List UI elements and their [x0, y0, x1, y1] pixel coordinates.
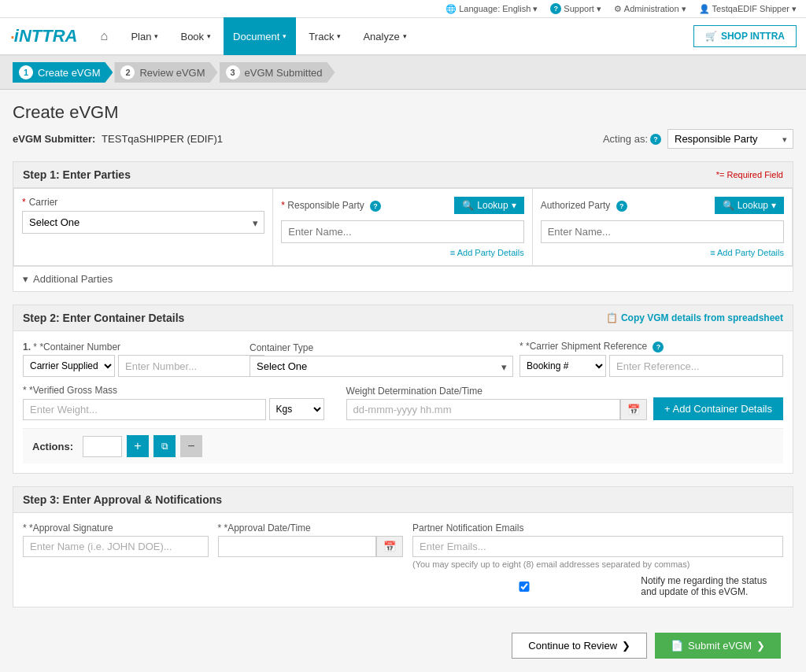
- approval-calendar-button[interactable]: 📅: [376, 536, 403, 557]
- step1-number: 1: [19, 65, 33, 79]
- email-label: Partner Notification Emails: [412, 522, 783, 534]
- notify-checkbox[interactable]: [412, 582, 636, 592]
- list-icon: ≡: [450, 248, 455, 257]
- add-responsible-party-link[interactable]: ≡ Add Party Details: [281, 248, 523, 257]
- support-chevron: ▾: [597, 4, 601, 14]
- container-prefix-select[interactable]: Carrier Supplied: [23, 355, 115, 377]
- approval-grid: * *Approval Signature * *Approval Date/T…: [23, 522, 783, 597]
- authorized-list-icon: ≡: [710, 248, 715, 257]
- approval-date-input[interactable]: 22-Mar-2017 08:41: [218, 536, 377, 557]
- nav-plan[interactable]: Plan ▾: [121, 17, 168, 55]
- weight-unit-select[interactable]: Kgs: [269, 398, 324, 420]
- analyze-chevron: ▾: [403, 32, 407, 40]
- approval-date-field: * *Approval Date/Time 22-Mar-2017 08:41 …: [218, 522, 404, 597]
- date-input[interactable]: [346, 399, 621, 420]
- administration-menu[interactable]: ⚙ Administration ▾: [614, 4, 686, 14]
- notify-label: Notify me regarding the status and updat…: [641, 575, 783, 597]
- actions-row: Actions: 1 + ⧉ −: [23, 428, 783, 463]
- carrier-select[interactable]: Select One: [22, 211, 264, 234]
- step2-title: Step 2: Enter Container Details: [23, 312, 184, 324]
- copy-document-icon: 📋: [606, 312, 618, 323]
- authorized-name-input[interactable]: [541, 220, 784, 243]
- container-number-input[interactable]: [118, 355, 264, 377]
- container-type-label: Container Type: [250, 342, 513, 353]
- authorized-lookup-button[interactable]: 🔍 Lookup ▾: [715, 197, 784, 214]
- responsible-info-icon[interactable]: ?: [370, 201, 381, 212]
- weight-date-field: Weight Determination Date/Time 📅: [346, 386, 648, 420]
- submit-evgm-button[interactable]: 📄 Submit eVGM ❯: [655, 633, 781, 659]
- submitter-info: eVGM Submitter: TESTqaSHIPPER (EDIF)1: [13, 133, 223, 145]
- responsible-lookup-button[interactable]: 🔍 Lookup ▾: [454, 197, 523, 214]
- acting-as-info-icon[interactable]: ?: [650, 134, 661, 145]
- email-input[interactable]: [412, 536, 783, 557]
- copy-vgm-link[interactable]: 📋 Copy VGM details from spreadsheet: [606, 312, 783, 323]
- gear-icon: ⚙: [614, 4, 622, 14]
- step2-body: 1. * *Container Number Carrier Supplied …: [13, 331, 793, 473]
- copy-row-button[interactable]: ⧉: [153, 435, 176, 457]
- responsible-name-input[interactable]: [281, 220, 523, 243]
- approval-sig-input[interactable]: [23, 536, 209, 557]
- approval-sig-field: * *Approval Signature: [23, 522, 209, 597]
- step1-header: Step 1: Enter Parties *= Required Field: [13, 162, 793, 188]
- logo[interactable]: · iNTTRA: [9, 24, 77, 49]
- remove-row-button[interactable]: −: [180, 435, 202, 457]
- nav-book[interactable]: Book ▾: [171, 17, 220, 55]
- container-type-field: Container Type Select One: [250, 342, 513, 377]
- submit-arrow-icon: ❯: [756, 640, 765, 652]
- breadcrumb-step-2[interactable]: 2 Review eVGM: [114, 62, 217, 83]
- add-authorized-party-link[interactable]: ≡ Add Party Details: [541, 248, 784, 257]
- breadcrumb-step-1[interactable]: 1 Create eVGM: [13, 62, 113, 83]
- submitter-row: eVGM Submitter: TESTqaSHIPPER (EDIF)1 Ac…: [13, 129, 793, 149]
- calendar-button[interactable]: 📅: [620, 399, 647, 420]
- required-note: *= Required Field: [716, 170, 783, 179]
- weight-input[interactable]: [23, 399, 266, 420]
- actions-number-input[interactable]: 1: [83, 436, 122, 457]
- shipment-ref-input[interactable]: [609, 355, 783, 377]
- continue-review-button[interactable]: Continue to Review ❯: [512, 633, 647, 659]
- authorized-label: Authorized Party ? 🔍 Lookup ▾: [541, 197, 784, 214]
- home-button[interactable]: ⌂: [90, 22, 118, 50]
- nav-bar: · iNTTRA ⌂ Plan ▾ Book ▾ Document ▾ Trac…: [0, 18, 806, 56]
- main-content: Create eVGM eVGM Submitter: TESTqaSHIPPE…: [0, 90, 806, 672]
- approval-date-wrapper: 22-Mar-2017 08:41 📅: [218, 536, 404, 557]
- weight-date-label: Weight Determination Date/Time: [346, 386, 648, 397]
- shipment-info-icon[interactable]: ?: [653, 342, 664, 353]
- vgm-inputs: Kgs: [23, 398, 324, 420]
- language-selector[interactable]: 🌐 Language: English ▾: [446, 4, 538, 14]
- email-hint: (You may specify up to eight (8) email a…: [412, 559, 783, 569]
- authorized-info-icon[interactable]: ?: [616, 201, 627, 212]
- document-icon: 📄: [671, 640, 683, 652]
- plan-chevron: ▾: [154, 32, 158, 40]
- shipment-ref-type-select[interactable]: Booking #: [519, 355, 606, 377]
- arrow-right-icon: ❯: [622, 640, 630, 652]
- book-chevron: ▾: [207, 32, 211, 40]
- search-icon: 🔍: [462, 200, 474, 211]
- step3-number: 3: [226, 65, 240, 79]
- cart-icon: 🛒: [705, 31, 717, 42]
- carrier-select-wrapper: Select One: [22, 211, 264, 234]
- container-type-select-wrapper: Select One: [250, 356, 513, 377]
- vgm-label: * *Verified Gross Mass: [23, 385, 324, 396]
- doc-chevron: ▾: [283, 32, 287, 40]
- step1-section: Step 1: Enter Parties *= Required Field …: [13, 161, 793, 292]
- nav-document[interactable]: Document ▾: [224, 17, 296, 55]
- step2-header: Step 2: Enter Container Details 📋 Copy V…: [13, 305, 793, 331]
- additional-parties-toggle[interactable]: ▾ Additional Parties: [13, 266, 793, 291]
- authorized-party-cell: Authorized Party ? 🔍 Lookup ▾ ≡ Add Part…: [533, 189, 792, 265]
- step3-header: Step 3: Enter Approval & Notifications: [13, 487, 793, 513]
- shop-button[interactable]: 🛒 SHOP INTTRA: [693, 25, 797, 47]
- add-row-button[interactable]: +: [127, 435, 149, 457]
- breadcrumb-step-3[interactable]: 3 eVGM Submitted: [220, 62, 335, 83]
- parties-grid: * Carrier Select One * Responsible P: [13, 188, 793, 266]
- nav-analyze[interactable]: Analyze ▾: [353, 17, 416, 55]
- container-type-select[interactable]: Select One: [250, 356, 513, 377]
- responsible-label: * Responsible Party ? 🔍 Lookup ▾: [281, 197, 523, 214]
- add-container-button[interactable]: + Add Container Details: [653, 397, 783, 420]
- support-menu[interactable]: ? Support ▾: [550, 3, 601, 14]
- step3-title: Step 3: Enter Approval & Notifications: [23, 493, 222, 506]
- acting-as-select[interactable]: Responsible Party Shipper: [667, 129, 793, 149]
- nav-track[interactable]: Track ▾: [299, 17, 350, 55]
- user-menu[interactable]: 👤 TestqaEDIF Shipper ▾: [699, 4, 797, 14]
- acting-as-label: Acting as: ?: [603, 133, 661, 145]
- carrier-label: * Carrier: [22, 197, 264, 208]
